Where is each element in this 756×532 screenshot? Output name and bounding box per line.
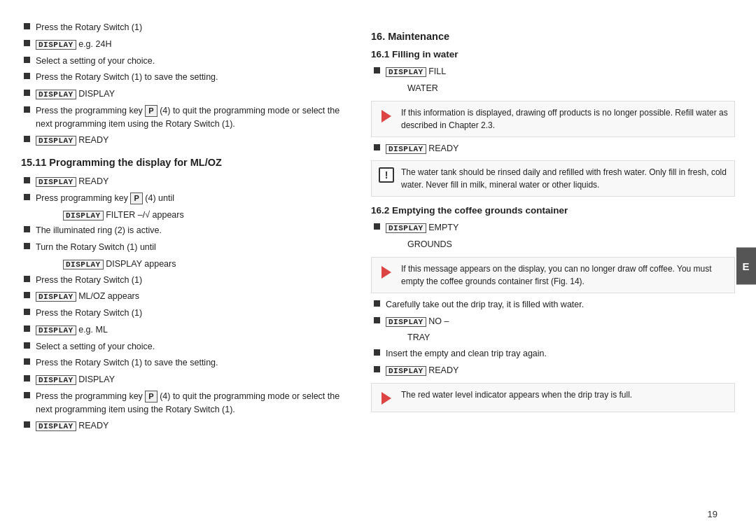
- bullet-text: Press the programming key P (4) to quit …: [36, 390, 343, 416]
- bullet-text: Turn the Rotary Switch (1) until: [36, 241, 343, 254]
- bullet-press-key-p-3: Press the programming key P (4) to quit …: [21, 390, 343, 416]
- bullet-square-icon: [374, 67, 380, 74]
- display-tag: DISPLAY: [386, 366, 426, 376]
- bullet-press-rotary-1: Press the Rotary Switch (1): [21, 21, 343, 34]
- bullet-display-ready-1: DISPLAY READY: [21, 134, 343, 147]
- bullet-turn-rotary: Turn the Rotary Switch (1) until: [21, 241, 343, 254]
- bullet-inline-text: READY: [76, 135, 109, 145]
- bullet-display-ready-empty: DISPLAY READY: [371, 364, 735, 377]
- red-indicator-info-box: The red water level indicator appears wh…: [371, 383, 735, 412]
- arrow-icon-shape-3: [382, 392, 391, 405]
- warning-icon-container: !: [377, 166, 396, 184]
- arrow-icon-shape-2: [382, 266, 391, 279]
- key-p-box: P: [145, 391, 157, 402]
- empty-grounds-info-box: If this message appears on the display, …: [371, 257, 735, 293]
- bullet-square-icon: [24, 243, 30, 249]
- bullet-square-icon: [24, 276, 30, 282]
- sub-heading-16-2: 16.2 Emptying the coffee grounds contain…: [371, 205, 735, 216]
- bullet-text: Press the Rotary Switch (1) to save the …: [36, 71, 343, 84]
- ml-oz-bullets-section: DISPLAY READY Press programming key P (4…: [21, 175, 343, 433]
- empty-grounds-text: If this message appears on the display, …: [401, 262, 729, 288]
- bullet-display-fill: DISPLAY FILL: [371, 65, 735, 78]
- bullet-text: DISPLAY NO –: [386, 315, 735, 328]
- bullet-display-display-2: DISPLAY DISPLAY: [21, 373, 343, 386]
- water-line: WATER: [371, 82, 735, 95]
- bullet-illuminated-ring: The illuminated ring (2) is active.: [21, 224, 343, 237]
- bullet-mloz-appears: DISPLAY ML/OZ appears: [21, 290, 343, 303]
- red-indicator-text: The red water level indicator appears wh…: [401, 388, 729, 401]
- arrow-info-icon: [377, 106, 396, 125]
- bullet-press-rotary-3: Press the Rotary Switch (1): [21, 307, 343, 320]
- tray-line: TRAY: [371, 331, 735, 344]
- bullet-text: DISPLAY EMPTY: [386, 221, 735, 234]
- bullet-square-icon: [24, 90, 30, 96]
- bullet-square-icon: [24, 194, 30, 200]
- display-tag: DISPLAY: [36, 375, 76, 385]
- warning-icon-shape: !: [379, 167, 394, 183]
- bullet-square-icon: [24, 106, 30, 113]
- display-tag: DISPLAY: [63, 260, 104, 270]
- bullet-drip-tray: Carefully take out the drip tray, it is …: [371, 298, 735, 312]
- bullet-inline-text: e.g. 24H: [76, 39, 112, 49]
- bullet-square-icon: [374, 349, 380, 356]
- bullet-square-icon: [24, 226, 30, 232]
- key-p-box: P: [130, 192, 142, 204]
- tab-e: E: [736, 248, 756, 285]
- bullet-square-icon: [374, 144, 380, 150]
- bullet-text: Insert the empty and clean trip tray aga…: [386, 347, 735, 360]
- bullet-inline-text: READY: [76, 176, 109, 186]
- fill-info-box: If this information is displayed, drawin…: [371, 101, 735, 137]
- bullet-text: DISPLAY READY: [386, 364, 735, 377]
- bullet-display-no: DISPLAY NO –: [371, 315, 735, 328]
- bullet-text: DISPLAY DISPLAY: [36, 373, 343, 386]
- bullet-text: Press the Rotary Switch (1): [36, 307, 343, 320]
- bullet-select-setting: Select a setting of your choice.: [21, 55, 343, 68]
- display-tag: DISPLAY: [36, 292, 76, 302]
- water-warning-text: The water tank should be rinsed daily an…: [401, 166, 729, 191]
- bullet-square-icon: [24, 23, 30, 29]
- section-16-heading: 16. Maintenance: [371, 31, 735, 42]
- bullet-press-save: Press the Rotary Switch (1) to save the …: [21, 71, 343, 84]
- display-tag: DISPLAY: [36, 40, 76, 50]
- bullet-square-icon: [374, 317, 380, 323]
- bullet-display-eg-ml: DISPLAY e.g. ML: [21, 323, 343, 337]
- bullet-text: Press the Rotary Switch (1): [36, 21, 343, 34]
- display-tag: DISPLAY: [386, 317, 426, 327]
- bullet-text: DISPLAY ML/OZ appears: [36, 290, 343, 303]
- sub-heading-16-1: 16.1 Filling in water: [371, 49, 735, 59]
- display-tag: DISPLAY: [36, 177, 76, 187]
- bullet-square-icon: [374, 300, 380, 307]
- bullet-text: DISPLAY READY: [36, 175, 343, 188]
- bullet-press-rotary-2: Press the Rotary Switch (1): [21, 274, 343, 287]
- bullet-square-icon: [24, 292, 30, 298]
- bullet-display-display: DISPLAY DISPLAY: [21, 88, 343, 101]
- bullet-press-key-p-2: Press programming key P (4) until: [21, 192, 343, 205]
- bullet-display-24h: DISPLAY e.g. 24H: [21, 38, 343, 51]
- bullet-mloz-display-ready: DISPLAY READY: [21, 175, 343, 188]
- bullet-square-icon: [24, 375, 30, 382]
- grounds-line: GROUNDS: [371, 238, 735, 251]
- bullet-text: Press programming key P (4) until: [36, 192, 343, 205]
- display-tag: DISPLAY: [63, 211, 104, 220]
- bullet-text: Press the Rotary Switch (1) to save the …: [36, 356, 343, 370]
- bullet-text: DISPLAY e.g. 24H: [36, 38, 343, 51]
- bullet-text: DISPLAY DISPLAY: [36, 88, 343, 101]
- arrow-icon-shape: [382, 110, 391, 122]
- bullet-text: DISPLAY READY: [386, 142, 735, 155]
- bullet-square-icon: [24, 392, 30, 398]
- arrow-info-icon-2: [377, 262, 396, 281]
- bullet-insert-tray: Insert the empty and clean trip tray aga…: [371, 347, 735, 360]
- display-tag: DISPLAY: [386, 67, 426, 77]
- bullet-text: Press the Rotary Switch (1): [36, 274, 343, 287]
- bullet-square-icon: [24, 309, 30, 315]
- bullet-square-icon: [24, 57, 30, 63]
- display-tag: DISPLAY: [386, 223, 426, 233]
- bullet-press-save-2: Press the Rotary Switch (1) to save the …: [21, 356, 343, 370]
- indent-display-appears: DISPLAY DISPLAY appears: [21, 258, 343, 271]
- water-warning-box: ! The water tank should be rinsed daily …: [371, 160, 735, 197]
- bullet-text: DISPLAY e.g. ML: [36, 323, 343, 337]
- bullet-square-icon: [24, 358, 30, 365]
- bullet-text: DISPLAY READY: [36, 134, 343, 147]
- bullet-select-setting-2: Select a setting of your choice.: [21, 340, 343, 354]
- display-tag: DISPLAY: [36, 90, 76, 99]
